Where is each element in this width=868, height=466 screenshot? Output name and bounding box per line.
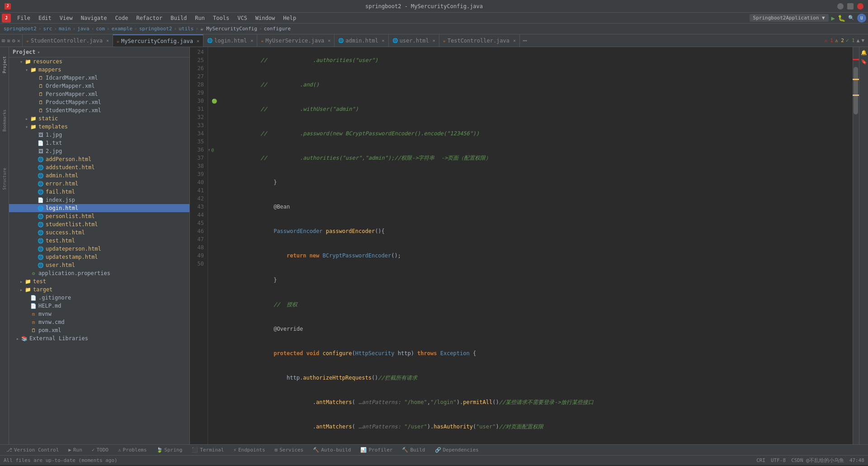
tree-mappers[interactable]: ▾ 📁 mappers [9,66,189,74]
bottom-tab-version-control[interactable]: ⎇ Version Control [2,445,64,456]
minimize-button[interactable] [837,3,844,10]
tree-productmapper[interactable]: 🗒 ProductMapper.xml [9,98,189,106]
search-button[interactable]: 🔍 [848,15,854,21]
tree-1jpg[interactable]: 🖼 1.jpg [9,131,189,139]
tree-2jpg[interactable]: 🖼 2.jpg [9,147,189,155]
bookmarks-right-icon[interactable]: 🔖 [860,58,868,65]
close-button[interactable] [857,3,863,10]
tree-templates[interactable]: ▾ 📁 templates [9,123,189,131]
tab-test-controller[interactable]: ☕ TestController.java ✕ [439,34,520,47]
tree-studentmapper[interactable]: 🗒 StudentMapper.xml [9,106,189,114]
tree-expand-btn[interactable]: ⊞ [2,38,5,44]
bottom-tab-services[interactable]: ⊞ Services [270,445,309,456]
tab-close-test[interactable]: ✕ [513,38,516,43]
window-controls[interactable] [837,3,863,10]
tree-addstudent[interactable]: 🌐 addstudent.html [9,163,189,171]
tab-close-mysecurity[interactable]: ✕ [197,38,199,43]
tree-updateperson[interactable]: 🌐 updateperson.html [9,245,189,253]
tree-pomxml[interactable]: 🗒 pom.xml [9,326,189,334]
tab-student-controller[interactable]: ☕ StudentController.java ✕ [23,34,113,47]
bookmarks-icon[interactable]: Bookmarks [2,109,7,132]
bottom-tab-run[interactable]: ▶ Run [64,445,87,456]
scroll-up-btn[interactable]: ▲ [857,38,860,43]
tree-appprops[interactable]: ⚙ application.properties [9,269,189,277]
scrollbar-track[interactable] [853,47,859,444]
tree-personlist[interactable]: 🌐 personlist.html [9,212,189,220]
menu-build[interactable]: Build [167,14,190,22]
tab-close-user[interactable]: ✕ [433,38,435,43]
menu-window[interactable]: Window [252,14,278,22]
tab-close-login[interactable]: ✕ [250,38,253,43]
tree-indexjsp[interactable]: 📄 index.jsp [9,196,189,204]
bc-com[interactable]: com [96,26,105,32]
tree-resources[interactable]: ▾ 📁 resources [9,57,189,66]
tree-mvnw[interactable]: m mvnw [9,310,189,318]
bc-java[interactable]: java [77,26,90,32]
code-area[interactable]: // .authorities("user") // .and() // .wi… [221,47,859,444]
menu-tools[interactable]: Tools [209,14,233,22]
project-panel-icon[interactable]: Project [2,56,7,73]
run-config-dropdown[interactable]: Springboot2Application ▼ [750,14,829,22]
status-encoding[interactable]: UTF-8 [771,457,786,463]
bottom-tab-spring[interactable]: 🍃 Spring [152,445,188,456]
tab-login-html[interactable]: 🌐 login.html ✕ [203,34,257,47]
bottom-tab-terminal[interactable]: ⬛ Terminal [187,445,229,456]
tab-close-admin[interactable]: ✕ [382,38,385,43]
tree-external-libs[interactable]: ▸ 📚 External Libraries [9,334,189,342]
tree-mvnwcmd[interactable]: m mvnw.cmd [9,318,189,326]
tab-user-html[interactable]: 🌐 user.html ✕ [389,34,439,47]
tab-close-student[interactable]: ✕ [106,38,109,43]
bottom-tab-build[interactable]: 🔨 Build [397,445,430,456]
menu-run[interactable]: Run [191,14,208,22]
menu-vcs[interactable]: VCS [234,14,251,22]
menu-file[interactable]: File [14,14,34,22]
tree-settings-btn[interactable]: ⚙ [12,38,15,44]
tree-addperson[interactable]: 🌐 addPerson.html [9,155,189,163]
tree-test-folder[interactable]: ▸ 📁 test [9,277,189,285]
bc-springboot2[interactable]: springboot2 [4,26,37,32]
bc-main[interactable]: main [59,26,71,32]
bc-example[interactable]: example [112,26,132,32]
tree-admin[interactable]: 🌐 admin.html [9,171,189,180]
debug-button[interactable]: 🐛 [838,14,845,22]
maximize-button[interactable] [847,3,854,10]
structure-icon[interactable]: Structure [2,168,7,190]
bc-springboot2-pkg[interactable]: springboot2 [139,26,172,32]
run-button[interactable]: ▶ [831,14,835,22]
menu-help[interactable]: Help [279,14,300,22]
tree-gitignore[interactable]: 📄 .gitignore [9,294,189,302]
tree-test[interactable]: 🌐 test.html [9,237,189,245]
tree-1txt[interactable]: 📄 1.txt [9,139,189,147]
menu-edit[interactable]: Edit [35,14,55,22]
tree-collapse-btn[interactable]: ≡ [7,38,10,44]
tree-studentlist[interactable]: 🌐 studentlist.html [9,220,189,228]
tab-mysecurity-config[interactable]: ☕ MySercurityConfig.java ✕ [113,34,203,47]
scroll-down-btn[interactable]: ▼ [861,38,864,43]
tree-userhtml[interactable]: 🌐 user.html [9,261,189,269]
bottom-tab-endpoints[interactable]: ⚡ Endpoints [229,445,270,456]
notifications-icon[interactable]: 🔔 [860,49,868,56]
bottom-tab-autobuild[interactable]: 🔨 Auto-build [308,445,356,456]
tab-admin-html[interactable]: 🌐 admin.html ✕ [335,34,388,47]
bc-class[interactable]: ☕ MySercurityConfig [200,26,257,32]
tree-target[interactable]: ▸ 📁 target [9,285,189,294]
bottom-tab-dependencies[interactable]: 🔗 Dependencies [430,445,484,456]
tree-error[interactable]: 🌐 error.html [9,180,189,188]
tree-fail[interactable]: 🌐 fail.html [9,188,189,196]
tree-ordermapper[interactable]: 🗒 OrderMapper.xml [9,82,189,90]
bottom-tab-todo[interactable]: ✓ TODO [87,445,113,456]
bottom-tab-profiler[interactable]: 📊 Profiler [356,445,397,456]
tree-static[interactable]: ▸ 📁 static [9,114,189,123]
tree-success[interactable]: 🌐 success.html [9,228,189,237]
tab-close-myuser[interactable]: ✕ [328,38,330,43]
tab-overflow-menu[interactable]: ⋯ [520,36,530,45]
code-editor[interactable]: 24 25 26 27 28 29 30 31 32 33 34 35 36 3… [190,47,859,444]
bc-src[interactable]: src [43,26,52,32]
tree-updatestamp[interactable]: 🌐 updatestamp.html [9,253,189,261]
status-position[interactable]: CRI [756,457,765,463]
tab-myuser-service[interactable]: ☕ MyUserService.java ✕ [257,34,335,47]
bc-utils[interactable]: utils [179,26,193,32]
tree-helpmd[interactable]: 📄 HELP.md [9,302,189,310]
menu-navigate[interactable]: Navigate [77,14,111,22]
bottom-tab-problems[interactable]: ⚠ Problems [113,445,152,456]
